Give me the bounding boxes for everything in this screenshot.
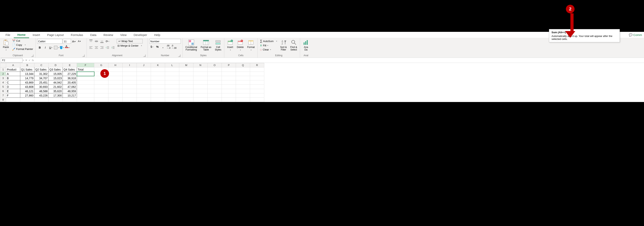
cell[interactable] xyxy=(151,67,165,72)
merge-center-button[interactable]: ⊟Merge & Center ▾ xyxy=(117,44,143,47)
italic-button[interactable]: I xyxy=(43,45,48,50)
cell[interactable] xyxy=(194,76,208,80)
cell[interactable] xyxy=(208,76,222,80)
wrap-text-button[interactable]: ↩Wrap Text xyxy=(117,39,143,43)
cell-B5[interactable]: 43,808 xyxy=(20,85,34,89)
col-header-L[interactable]: L xyxy=(165,63,179,67)
align-bottom-button[interactable] xyxy=(99,39,104,44)
cell-C6[interactable]: 48,588 xyxy=(34,89,48,93)
row-header-8[interactable]: 8 xyxy=(0,98,6,102)
borders-button[interactable]: ▾ xyxy=(54,45,59,50)
cell-E6[interactable]: 48,959 xyxy=(63,89,77,93)
cell[interactable] xyxy=(250,89,264,93)
cell[interactable] xyxy=(122,72,137,76)
cell-B4[interactable]: 43,869 xyxy=(20,80,34,85)
cell-A1[interactable]: Product xyxy=(6,67,20,72)
cell-D6[interactable]: 35,620 xyxy=(48,89,63,93)
cell-F4[interactable] xyxy=(77,80,94,85)
cell[interactable] xyxy=(222,85,236,89)
cell[interactable] xyxy=(250,98,264,102)
increase-font-button[interactable]: A▲ xyxy=(72,39,76,44)
delete-cells-button[interactable]: × Delete▾ xyxy=(236,39,245,51)
cell-C3[interactable]: 34,707 xyxy=(34,76,48,80)
cell[interactable] xyxy=(151,85,165,89)
cell[interactable] xyxy=(151,76,165,80)
cell[interactable] xyxy=(250,72,264,76)
autosum-button[interactable]: ∑AutoSum ▾ xyxy=(259,39,278,43)
cell[interactable] xyxy=(222,67,236,72)
cell[interactable] xyxy=(137,67,151,72)
cell-E1[interactable]: Q4 Sales xyxy=(63,67,77,72)
cell-A4[interactable]: C xyxy=(6,80,20,85)
accounting-format-button[interactable]: $▾ xyxy=(149,44,154,49)
cell[interactable] xyxy=(165,98,179,102)
cell[interactable] xyxy=(94,80,108,85)
decrease-indent-button[interactable] xyxy=(105,45,110,50)
cell[interactable] xyxy=(194,67,208,72)
col-header-M[interactable]: M xyxy=(179,63,194,67)
cell[interactable] xyxy=(236,67,250,72)
tab-review[interactable]: Review xyxy=(100,32,117,38)
col-header-Q[interactable]: Q xyxy=(236,63,250,67)
comments-button[interactable]: 💬 Comm xyxy=(627,32,644,38)
cell-C4[interactable]: 25,451 xyxy=(34,80,48,85)
enter-formula-icon[interactable]: ✓ xyxy=(28,59,31,62)
cell[interactable] xyxy=(63,98,77,102)
cell[interactable] xyxy=(208,80,222,85)
cell[interactable] xyxy=(20,98,34,102)
select-all-corner[interactable] xyxy=(0,63,6,67)
tab-formulas[interactable]: Formulas xyxy=(67,32,87,38)
cut-button[interactable]: ✂️Cut xyxy=(12,39,34,43)
cell[interactable] xyxy=(151,98,165,102)
clear-button[interactable]: ◇Clear▾ xyxy=(259,48,278,51)
font-size-combo[interactable] xyxy=(63,39,71,44)
tab-page-layout[interactable]: Page Layout xyxy=(44,32,67,38)
name-box[interactable] xyxy=(1,58,22,63)
cell-B2[interactable]: 13,344 xyxy=(20,72,34,76)
increase-indent-button[interactable] xyxy=(110,45,116,50)
tab-developer[interactable]: Developer xyxy=(130,32,150,38)
cell[interactable] xyxy=(250,85,264,89)
paste-button[interactable]: Paste▾ xyxy=(2,39,10,51)
cell[interactable] xyxy=(108,98,122,102)
cell[interactable] xyxy=(165,67,179,72)
sort-filter-button[interactable]: AZ Sort & Filter xyxy=(279,39,288,51)
cell[interactable] xyxy=(108,80,122,85)
cell[interactable] xyxy=(165,76,179,80)
cell[interactable] xyxy=(6,98,20,102)
cell[interactable] xyxy=(122,89,137,93)
col-header-N[interactable]: N xyxy=(194,63,208,67)
find-select-button[interactable]: Find & Select xyxy=(289,39,298,51)
copy-button[interactable]: 📄Copy ▾ xyxy=(12,43,34,47)
cell[interactable] xyxy=(208,72,222,76)
cell[interactable] xyxy=(236,98,250,102)
row-header-7[interactable]: 7 xyxy=(0,93,6,98)
cell[interactable] xyxy=(208,93,222,98)
cell[interactable] xyxy=(77,98,94,102)
cell[interactable] xyxy=(94,93,108,98)
cell[interactable] xyxy=(236,80,250,85)
cell-F2-active[interactable] xyxy=(77,72,94,76)
cell[interactable] xyxy=(236,72,250,76)
cell-B6[interactable]: 46,121 xyxy=(20,89,34,93)
cell[interactable] xyxy=(151,93,165,98)
cell[interactable] xyxy=(250,80,264,85)
cell[interactable] xyxy=(137,93,151,98)
cell-A5[interactable]: D xyxy=(6,85,20,89)
row-header-6[interactable]: 6 xyxy=(0,89,6,93)
row-header-2[interactable]: 2 xyxy=(0,72,6,76)
cell-D5[interactable]: 21,602 xyxy=(48,85,63,89)
cancel-formula-icon[interactable]: ✕ xyxy=(25,59,27,62)
cell-F5[interactable] xyxy=(77,85,94,89)
cell[interactable] xyxy=(122,98,137,102)
cell[interactable] xyxy=(137,76,151,80)
col-header-R[interactable]: R xyxy=(250,63,264,67)
bold-button[interactable]: B xyxy=(37,45,42,50)
cell-F7[interactable] xyxy=(77,93,94,98)
cell-D2[interactable]: 15,005 xyxy=(48,72,63,76)
dialog-launcher-icon[interactable] xyxy=(143,54,146,57)
cell[interactable] xyxy=(222,80,236,85)
tab-insert[interactable]: Insert xyxy=(29,32,44,38)
decrease-decimal-button[interactable]: .0→.00 xyxy=(172,44,176,49)
align-top-button[interactable] xyxy=(88,39,94,44)
